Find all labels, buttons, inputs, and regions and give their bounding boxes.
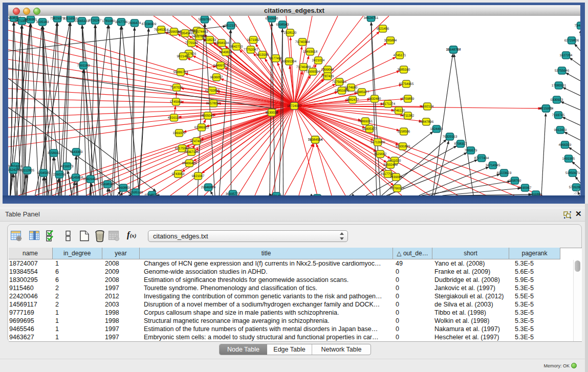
- svg-text:9839301: 9839301: [25, 18, 37, 21]
- svg-text:1745961: 1745961: [170, 100, 183, 104]
- svg-text:1491905: 1491905: [562, 157, 575, 161]
- svg-text:75869261: 75869261: [358, 120, 373, 123]
- svg-text:3267736: 3267736: [115, 20, 128, 24]
- svg-text:13493618: 13493618: [303, 50, 318, 54]
- svg-text:8677496: 8677496: [270, 57, 282, 60]
- svg-text:7187026: 7187026: [170, 86, 183, 90]
- svg-text:01065133: 01065133: [75, 19, 90, 23]
- svg-text:2787429: 2787429: [321, 75, 334, 78]
- svg-text:3215955: 3215955: [540, 107, 553, 111]
- svg-text:87234309: 87234309: [142, 23, 157, 26]
- svg-text:6204505: 6204505: [37, 171, 50, 175]
- svg-text:4005045: 4005045: [202, 114, 214, 118]
- svg-text:4316117: 4316117: [168, 116, 181, 120]
- svg-text:36995777: 36995777: [226, 192, 241, 195]
- svg-text:61595148: 61595148: [128, 191, 143, 194]
- svg-text:2328120: 2328120: [284, 31, 297, 35]
- svg-text:49894134: 49894134: [214, 41, 229, 45]
- svg-text:39502402: 39502402: [383, 163, 398, 167]
- svg-text:8726247: 8726247: [89, 19, 102, 23]
- svg-text:3529042: 3529042: [374, 152, 387, 156]
- svg-text:34624751: 34624751: [364, 16, 379, 20]
- svg-text:94406409: 94406409: [182, 162, 197, 165]
- svg-text:0330923: 0330923: [551, 98, 563, 102]
- svg-text:9521456: 9521456: [377, 27, 389, 31]
- svg-text:6690967: 6690967: [519, 186, 532, 190]
- svg-text:7346706: 7346706: [575, 24, 580, 28]
- svg-text:15451680: 15451680: [335, 89, 350, 93]
- svg-text:51850671: 51850671: [565, 171, 580, 175]
- svg-text:9743953: 9743953: [172, 172, 185, 176]
- svg-text:96405377: 96405377: [362, 127, 377, 131]
- svg-text:3158692: 3158692: [48, 151, 60, 155]
- svg-text:13171274: 13171274: [381, 102, 396, 106]
- svg-text:71906594: 71906594: [306, 70, 320, 74]
- svg-text:2260256: 2260256: [53, 173, 66, 177]
- svg-text:1969379: 1969379: [173, 132, 186, 135]
- svg-text:7193745: 7193745: [552, 114, 565, 117]
- svg-text:2421024: 2421024: [312, 59, 325, 62]
- svg-text:1592124: 1592124: [421, 105, 434, 108]
- svg-text:99091334: 99091334: [282, 60, 297, 63]
- svg-text:8708317: 8708317: [454, 142, 467, 146]
- svg-text:00524278: 00524278: [8, 168, 21, 172]
- svg-text:0812191: 0812191: [225, 24, 237, 28]
- svg-text:7543303: 7543303: [70, 150, 83, 154]
- svg-text:4216073: 4216073: [61, 165, 74, 168]
- svg-text:69847896: 69847896: [419, 120, 434, 124]
- svg-text:3482477: 3482477: [346, 98, 359, 102]
- svg-text:6193990: 6193990: [266, 17, 278, 20]
- svg-text:1399049: 1399049: [321, 68, 334, 72]
- svg-text:31713900: 31713900: [371, 141, 385, 144]
- svg-text:5240824: 5240824: [220, 51, 232, 54]
- svg-text:32931839: 32931839: [396, 145, 410, 148]
- svg-text:1746120: 1746120: [393, 109, 405, 113]
- svg-text:73829973: 73829973: [50, 17, 65, 20]
- svg-text:76320163: 76320163: [443, 135, 458, 139]
- svg-text:18724007: 18724007: [287, 104, 302, 108]
- svg-text:1530027: 1530027: [266, 111, 278, 115]
- svg-text:62702895: 62702895: [205, 89, 220, 93]
- svg-text:79740344: 79740344: [295, 40, 310, 44]
- svg-text:7889579: 7889579: [465, 149, 477, 152]
- svg-text:9421047: 9421047: [192, 174, 205, 178]
- svg-text:7991183: 7991183: [77, 64, 90, 68]
- svg-text:57262849: 57262849: [569, 186, 580, 189]
- svg-text:29946804: 29946804: [201, 186, 216, 189]
- svg-text:9413186: 9413186: [256, 53, 269, 57]
- svg-text:77752047: 77752047: [244, 48, 258, 52]
- svg-text:53755646: 53755646: [555, 69, 570, 73]
- svg-text:5466889: 5466889: [530, 193, 542, 195]
- svg-text:6998543: 6998543: [276, 23, 289, 27]
- svg-text:19384554: 19384554: [308, 138, 323, 142]
- svg-text:3285884: 3285884: [384, 39, 397, 42]
- svg-text:87277434: 87277434: [474, 157, 489, 160]
- svg-text:17080531: 17080531: [552, 84, 567, 87]
- svg-text:65648236: 65648236: [145, 193, 160, 195]
- svg-text:86578091: 86578091: [206, 102, 221, 105]
- svg-text:62386922: 62386922: [194, 126, 209, 129]
- svg-text:4745171: 4745171: [394, 54, 406, 57]
- svg-text:85574443: 85574443: [193, 30, 208, 34]
- svg-text:16648784: 16648784: [446, 48, 461, 52]
- svg-text:04499727: 04499727: [213, 64, 228, 68]
- svg-text:3105183: 3105183: [36, 20, 49, 24]
- svg-text:1781080: 1781080: [102, 19, 115, 23]
- svg-text:3709859: 3709859: [402, 97, 415, 101]
- svg-text:9636057: 9636057: [210, 76, 223, 79]
- svg-text:71746488: 71746488: [296, 65, 311, 69]
- svg-text:9821465: 9821465: [177, 55, 190, 58]
- svg-text:00766177: 00766177: [390, 187, 405, 190]
- svg-text:55886753: 55886753: [173, 71, 188, 74]
- svg-text:3685160: 3685160: [398, 68, 410, 72]
- svg-text:71756551: 71756551: [332, 80, 347, 84]
- svg-text:4711382: 4711382: [402, 114, 415, 118]
- svg-text:80112805: 80112805: [20, 169, 34, 172]
- svg-text:81223623: 81223623: [497, 171, 512, 175]
- svg-text:34714345: 34714345: [486, 164, 500, 167]
- svg-text:8721489: 8721489: [270, 194, 283, 195]
- svg-text:4060883: 4060883: [117, 186, 130, 190]
- svg-text:62729806: 62729806: [564, 39, 579, 42]
- svg-text:0932480: 0932480: [368, 97, 381, 101]
- svg-text:74367136: 74367136: [184, 150, 199, 154]
